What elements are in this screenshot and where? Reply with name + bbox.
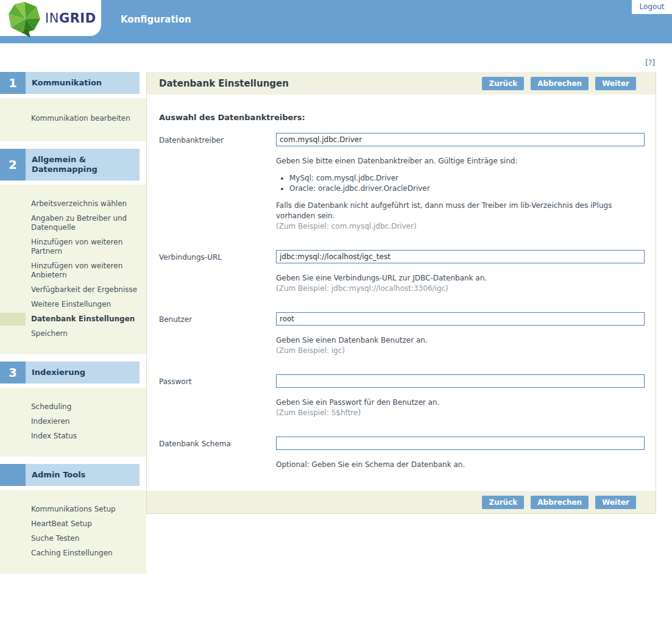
main-panel: Datenbank Einstellungen Zurück Abbrechen… (146, 72, 656, 514)
passwort-help: Geben Sie ein Passwort für den Benutzer … (276, 398, 645, 408)
panel-footer: Zurück Abbrechen Weiter (147, 491, 656, 513)
verbindungs-url-example: (Zum Beispiel: jdbc:mysql://localhost:33… (276, 284, 645, 294)
page-title: Datenbank Einstellungen (159, 78, 475, 89)
section-header-allgemein: 2 Allgemein & Datenmapping (0, 149, 140, 180)
sidebar-item-caching-einstellungen[interactable]: Caching Einstellungen (0, 549, 146, 558)
sidebar-item-index-status[interactable]: Index Status (0, 432, 146, 441)
section-number-badge: 2 (0, 149, 26, 180)
form-row-verbindungs-url: Verbindungs-URL Geben Sie eine Verbindun… (159, 250, 643, 294)
field-label-datenbanktreiber: Datenbanktreiber (159, 133, 276, 232)
section-number-badge (0, 464, 26, 486)
sidebar-item-datenbank-einstellungen[interactable]: Datenbank Einstellungen (0, 315, 146, 324)
form-row-datenbank-schema: Datenbank Schema Optional: Geben Sie ein… (159, 437, 643, 470)
sidebar-item-weitere-partner[interactable]: Hinzufügen von weiteren Partnern (0, 238, 146, 256)
form-section-heading: Auswahl des Datenbanktreibers: (159, 113, 643, 122)
field-label-benutzer: Benutzer (159, 312, 276, 356)
benutzer-example: (Zum Beispiel: igc) (276, 346, 645, 356)
form-row-benutzer: Benutzer Geben Sie einen Datenbank Benut… (159, 312, 643, 356)
driver-examples-list: MySql: com.mysql.jdbc.Driver Oracle: ora… (289, 174, 645, 193)
sidebar-item-weitere-anbieter[interactable]: Hinzufügen von weiteren Anbietern (0, 262, 146, 280)
form-row-passwort: Passwort Geben Sie ein Passwort für den … (159, 374, 643, 418)
back-button-bottom[interactable]: Zurück (482, 496, 524, 509)
panel-titlebar: Datenbank Einstellungen Zurück Abbrechen… (147, 72, 656, 95)
list-item-mysql-driver: MySql: com.mysql.jdbc.Driver (289, 174, 645, 183)
cancel-button-bottom[interactable]: Abbrechen (531, 496, 589, 509)
sidebar: 1 Kommunikation Kommunikation bearbeiten… (0, 72, 146, 581)
sidebar-item-kommunikations-setup[interactable]: Kommunikations Setup (0, 505, 146, 514)
sidebar-item-scheduling[interactable]: Scheduling (0, 402, 146, 412)
section-links: Scheduling Indexieren Index Status (0, 388, 146, 457)
help-link[interactable]: [?] (645, 59, 655, 67)
logout-button[interactable]: Logout (632, 0, 672, 14)
datenbanktreiber-example: (Zum Beispiel: com.mysql.jdbc.Driver) (276, 221, 645, 232)
sidebar-item-kommunikation-bearbeiten[interactable]: Kommunikation bearbeiten (0, 114, 146, 123)
list-item-oracle-driver: Oracle: oracle.jdbc.driver.OracleDriver (289, 184, 645, 193)
field-label-datenbank-schema: Datenbank Schema (159, 437, 276, 470)
section-header-indexierung: 3 Indexierung (0, 362, 140, 383)
sidebar-item-suche-testen[interactable]: Suche Testen (0, 534, 146, 543)
ingrid-logo-icon (6, 1, 41, 38)
sidebar-section-kommunikation: 1 Kommunikation Kommunikation bearbeiten (0, 72, 146, 141)
form-content: Auswahl des Datenbanktreibers: Datenbank… (147, 95, 656, 470)
back-button-top[interactable]: Zurück (482, 77, 524, 90)
datenbanktreiber-help: Geben Sie bitte einen Datenbanktreiber a… (276, 156, 645, 166)
section-title: Admin Tools (26, 464, 140, 486)
form-row-datenbanktreiber: Datenbanktreiber Geben Sie bitte einen D… (159, 133, 643, 232)
sidebar-item-verfuegbarkeit[interactable]: Verfügbarkeit der Ergebnisse (0, 285, 146, 294)
section-links: Kommunikations Setup HeartBeat Setup Suc… (0, 490, 146, 574)
sidebar-item-speichern[interactable]: Speichern (0, 329, 146, 338)
field-label-passwort: Passwort (159, 374, 276, 418)
next-button-top[interactable]: Weiter (595, 77, 636, 90)
section-number-badge: 1 (0, 72, 26, 94)
datenbank-schema-input[interactable] (276, 437, 645, 450)
passwort-input[interactable] (276, 374, 645, 388)
datenbanktreiber-input[interactable] (276, 133, 645, 146)
verbindungs-url-input[interactable] (276, 250, 645, 263)
next-button-bottom[interactable]: Weiter (595, 496, 636, 509)
section-links: Arbeitsverzeichnis wählen Angaben zu Bet… (0, 185, 146, 354)
section-title: Allgemein & Datenmapping (26, 149, 140, 180)
section-title: Indexierung (26, 362, 140, 383)
benutzer-help: Geben Sie einen Datenbank Benutzer an. (276, 335, 645, 346)
sidebar-item-arbeitsverzeichnis[interactable]: Arbeitsverzeichnis wählen (0, 199, 146, 209)
sidebar-section-indexierung: 3 Indexierung Scheduling Indexieren Inde… (0, 362, 146, 457)
datenbank-schema-help: Optional: Geben Sie ein Schema der Daten… (276, 460, 645, 470)
cancel-button-top[interactable]: Abbrechen (531, 77, 589, 90)
section-header-admin-tools: Admin Tools (0, 464, 140, 486)
sidebar-item-angaben-betreiber[interactable]: Angaben zu Betreiber und Datenquelle (0, 214, 146, 232)
sidebar-item-indexieren[interactable]: Indexieren (0, 417, 146, 426)
sidebar-item-weitere-einstellungen[interactable]: Weitere Einstellungen (0, 300, 146, 309)
passwort-example: (Zum Beispiel: 5$hftre) (276, 408, 645, 418)
app-header: INGRID Konfiguration Logout (0, 0, 672, 43)
logo-box[interactable]: INGRID (0, 0, 101, 36)
section-links: Kommunikation bearbeiten (0, 98, 146, 141)
datenbanktreiber-note: Falls die Datenbank nicht aufgeführt ist… (276, 201, 645, 221)
section-header-kommunikation: 1 Kommunikation (0, 72, 140, 94)
logo-text: INGRID (45, 11, 96, 26)
verbindungs-url-help: Geben Sie eine Verbindungs-URL zur JDBC-… (276, 273, 645, 284)
field-label-verbindungs-url: Verbindungs-URL (159, 250, 276, 294)
sidebar-item-heartbeat-setup[interactable]: HeartBeat Setup (0, 519, 146, 529)
section-title: Kommunikation (26, 72, 140, 94)
page-header-title: Konfiguration (121, 14, 191, 25)
sidebar-section-allgemein-datenmapping: 2 Allgemein & Datenmapping Arbeitsverzei… (0, 149, 146, 354)
benutzer-input[interactable] (276, 312, 645, 326)
sidebar-section-admin-tools: Admin Tools Kommunikations Setup HeartBe… (0, 464, 146, 574)
section-number-badge: 3 (0, 362, 26, 383)
